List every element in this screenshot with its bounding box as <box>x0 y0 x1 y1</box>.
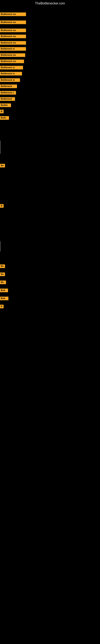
axis-line-0 <box>0 141 0 151</box>
bar-label-26: B <box>0 305 3 308</box>
bar-item-13: Bottleneck <box>0 97 15 101</box>
bar-item-15: B <box>0 110 3 113</box>
bar-item-9: Bottleneck re <box>0 72 22 76</box>
bar-item-23: Bo <box>0 280 6 284</box>
bar-label-10: Bottleneck re <box>0 78 20 82</box>
bar-item-18: Bo <box>0 164 5 168</box>
bar-label-5: Bottleneck re <box>0 47 26 51</box>
bar-item-26: B <box>0 305 3 308</box>
bar-item-1: Bottleneck res <box>0 20 26 24</box>
bar-item-8: Bottleneck re <box>0 66 23 70</box>
bar-item-5: Bottleneck re <box>0 47 26 51</box>
bar-item-19: B <box>0 204 3 208</box>
bar-label-11: Bottleneck <box>0 84 17 88</box>
bar-label-13: Bottleneck <box>0 97 15 101</box>
bar-item-7: Bottleneck res <box>0 60 24 63</box>
bar-label-6: Bottleneck res <box>0 53 25 57</box>
bar-label-9: Bottleneck re <box>0 72 22 76</box>
bar-item-0: Bottleneck res <box>0 12 26 16</box>
bar-label-23: Bo <box>0 280 6 284</box>
bar-item-3: Bottleneck res <box>0 34 26 38</box>
bar-label-25: Bott <box>0 297 8 300</box>
bar-item-14: Bottler <box>0 104 11 107</box>
bar-label-19: B <box>0 204 3 208</box>
bar-item-16: Bottl <box>0 116 9 120</box>
bar-label-14: Bottler <box>0 104 11 107</box>
axis-line-1 <box>0 241 0 251</box>
bar-item-12: Bottleneck c <box>0 91 16 94</box>
bar-item-6: Bottleneck res <box>0 53 25 57</box>
bar-label-12: Bottleneck c <box>0 91 16 94</box>
bar-label-7: Bottleneck res <box>0 60 24 63</box>
bar-label-22: Bo <box>0 272 5 276</box>
bar-item-25: Bott <box>0 297 8 300</box>
bar-label-15: B <box>0 110 3 113</box>
bar-item-2: Bottleneck res <box>0 28 26 32</box>
bar-item-22: Bo <box>0 272 5 276</box>
bar-label-21: Bo <box>0 264 5 268</box>
bar-label-1: Bottleneck res <box>0 20 26 24</box>
bar-label-8: Bottleneck re <box>0 66 23 70</box>
bar-label-2: Bottleneck res <box>0 28 26 32</box>
bar-label-0: Bottleneck res <box>0 12 26 16</box>
bar-item-24: Bott <box>0 288 8 292</box>
bar-item-21: Bo <box>0 264 5 268</box>
bar-label-3: Bottleneck res <box>0 34 26 38</box>
bar-label-24: Bott <box>0 288 8 292</box>
site-title: TheBottlenecker.com <box>0 0 100 7</box>
bar-label-16: Bottl <box>0 116 9 120</box>
bar-item-4: Bottleneck res <box>0 41 26 45</box>
bar-label-4: Bottleneck res <box>0 41 26 45</box>
bar-item-10: Bottleneck re <box>0 78 20 82</box>
bar-label-18: Bo <box>0 164 5 168</box>
bar-item-11: Bottleneck <box>0 84 17 88</box>
